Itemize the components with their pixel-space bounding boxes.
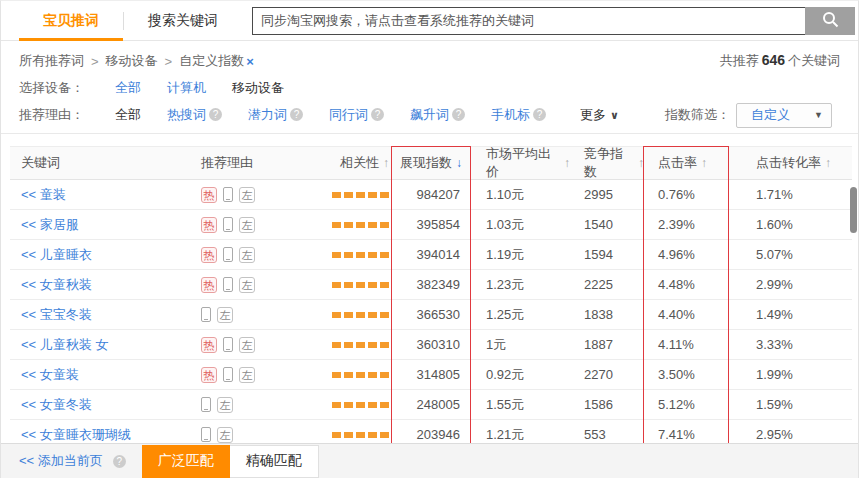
competition-value: 1887	[570, 337, 644, 352]
help-icon[interactable]: ?	[452, 108, 465, 121]
dropdown-selected-value: 自定义	[751, 106, 814, 124]
table-row: << 女童装 热左 314805 0.92元 2270 3.50% 1.99%	[10, 360, 852, 390]
cvr-value: 1.49%	[728, 307, 852, 322]
breadcrumb: 所有推荐词 > 移动设备 > 自定义指数 × 共推荐646个关键词	[19, 51, 840, 71]
left-tag-icon: 左	[217, 427, 233, 443]
summary-suffix: 个关键词	[788, 53, 840, 68]
mobile-icon	[223, 217, 233, 232]
display-index-value: 248005	[392, 397, 470, 412]
keyword-link[interactable]: << 儿童睡衣	[21, 246, 92, 264]
reason-option-all[interactable]: 全部	[115, 106, 141, 124]
keyword-link[interactable]: << 宝宝冬装	[21, 306, 92, 324]
cvr-value: 5.07%	[728, 247, 852, 262]
table-row: << 童装 热左 984207 1.10元 2995 0.76% 1.71%	[10, 180, 852, 210]
breadcrumb-separator: >	[165, 54, 173, 69]
avg-price-value: 1.23元	[470, 276, 570, 294]
ctr-value: 5.12%	[644, 397, 728, 412]
breadcrumb-mobile-device[interactable]: 移动设备	[106, 52, 158, 70]
display-index-value: 360310	[392, 337, 470, 352]
bottom-action-bar: << 添加当前页 ? 广泛匹配 精确匹配	[1, 443, 858, 478]
left-tag-icon: 左	[239, 187, 255, 203]
column-header-ctr[interactable]: 点击率↑	[644, 147, 728, 179]
help-icon[interactable]: ?	[290, 108, 303, 121]
keyword-count-summary: 共推荐646个关键词	[720, 52, 840, 70]
left-tag-icon: 左	[239, 217, 255, 233]
device-option-mobile[interactable]: 移动设备	[232, 79, 284, 97]
keyword-link[interactable]: << 童装	[21, 186, 66, 204]
table-row: << 女童秋装 热左 382349 1.23元 2225 4.48% 2.99%	[10, 270, 852, 300]
hot-tag-icon: 热	[201, 337, 217, 353]
mobile-icon	[223, 337, 233, 352]
tab-item-promote[interactable]: 宝贝推词	[19, 1, 123, 41]
table-row: << 女童睡衣珊瑚绒 左 203946 1.21元 553 7.41% 2.95…	[10, 420, 852, 443]
left-tag-icon: 左	[217, 307, 233, 323]
reason-option-peer[interactable]: 同行词?	[329, 106, 384, 124]
table-body: << 童装 热左 984207 1.10元 2995 0.76% 1.71% <…	[10, 180, 852, 443]
keyword-link[interactable]: << 女童秋装	[21, 276, 92, 294]
keyword-link[interactable]: << 儿童秋装 女	[21, 336, 108, 354]
remove-filter-icon[interactable]: ×	[246, 54, 254, 69]
device-option-all[interactable]: 全部	[115, 79, 141, 97]
column-header-display-index[interactable]: 展现指数↓	[392, 147, 470, 179]
tab-search-keywords[interactable]: 搜索关键词	[124, 1, 242, 41]
competition-value: 2225	[570, 277, 644, 292]
relevance-bars	[332, 192, 389, 198]
column-header-relevance[interactable]: 相关性↑	[310, 147, 392, 179]
index-filter-dropdown[interactable]: 自定义 ▼	[736, 103, 832, 128]
left-tag-icon: 左	[239, 367, 255, 383]
hot-tag-icon: 热	[201, 247, 217, 263]
table-row: << 女童冬装 左 248005 1.55元 1586 5.12% 1.59%	[10, 390, 852, 420]
help-icon[interactable]: ?	[209, 108, 222, 121]
cvr-value: 1.60%	[728, 217, 852, 232]
sort-up-icon: ↑	[701, 156, 707, 170]
more-filters-toggle[interactable]: 更多∨	[580, 106, 619, 124]
cvr-value: 3.33%	[728, 337, 852, 352]
top-tab-bar: 宝贝推词 搜索关键词	[1, 1, 858, 41]
hot-tag-icon: 热	[201, 277, 217, 293]
avg-price-value: 1.25元	[470, 306, 570, 324]
avg-price-value: 1.03元	[470, 216, 570, 234]
reason-option-mobile-tag[interactable]: 手机标?	[491, 106, 546, 124]
avg-price-value: 1.55元	[470, 396, 570, 414]
hot-tag-icon: 热	[201, 217, 217, 233]
reason-option-rising[interactable]: 飙升词?	[410, 106, 465, 124]
relevance-bars	[332, 252, 389, 258]
display-index-value: 382349	[392, 277, 470, 292]
display-index-value: 395854	[392, 217, 470, 232]
mobile-icon	[201, 427, 211, 442]
keyword-link[interactable]: << 女童装	[21, 366, 79, 384]
help-icon[interactable]: ?	[113, 455, 126, 468]
device-option-pc[interactable]: 计算机	[167, 79, 206, 97]
ctr-value: 0.76%	[644, 187, 728, 202]
scrollbar-thumb[interactable]	[850, 187, 857, 233]
breadcrumb-all-words[interactable]: 所有推荐词	[19, 52, 84, 70]
help-icon[interactable]: ?	[371, 108, 384, 121]
mobile-icon	[223, 247, 233, 262]
add-current-page-link[interactable]: << 添加当前页	[19, 452, 103, 470]
avg-price-value: 1元	[470, 336, 570, 354]
reason-option-hot-search[interactable]: 热搜词?	[167, 106, 222, 124]
mobile-icon	[201, 397, 211, 412]
column-header-competition[interactable]: 竞争指数↑	[570, 147, 644, 179]
keyword-search-input[interactable]	[252, 7, 805, 35]
search-button[interactable]	[805, 7, 855, 35]
help-icon[interactable]: ?	[533, 108, 546, 121]
column-header-avg-price[interactable]: 市场平均出价↑	[470, 147, 570, 179]
relevance-bars	[332, 432, 389, 438]
keyword-link[interactable]: << 女童睡衣珊瑚绒	[21, 426, 131, 444]
column-header-cvr[interactable]: 点击转化率↑	[728, 147, 852, 179]
cvr-value: 1.59%	[728, 397, 852, 412]
reason-option-potential[interactable]: 潜力词?	[248, 106, 303, 124]
keyword-link[interactable]: << 家居服	[21, 216, 79, 234]
competition-value: 1540	[570, 217, 644, 232]
relevance-bars	[332, 402, 389, 408]
index-filter-label: 指数筛选：	[665, 106, 730, 124]
exact-match-button[interactable]: 精确匹配	[230, 445, 319, 478]
broad-match-button[interactable]: 广泛匹配	[142, 445, 230, 478]
hot-tag-icon: 热	[201, 187, 217, 203]
competition-value: 2270	[570, 367, 644, 382]
relevance-bars	[332, 282, 389, 288]
keyword-link[interactable]: << 女童冬装	[21, 396, 92, 414]
relevance-bars	[332, 372, 389, 378]
relevance-bars	[332, 342, 389, 348]
